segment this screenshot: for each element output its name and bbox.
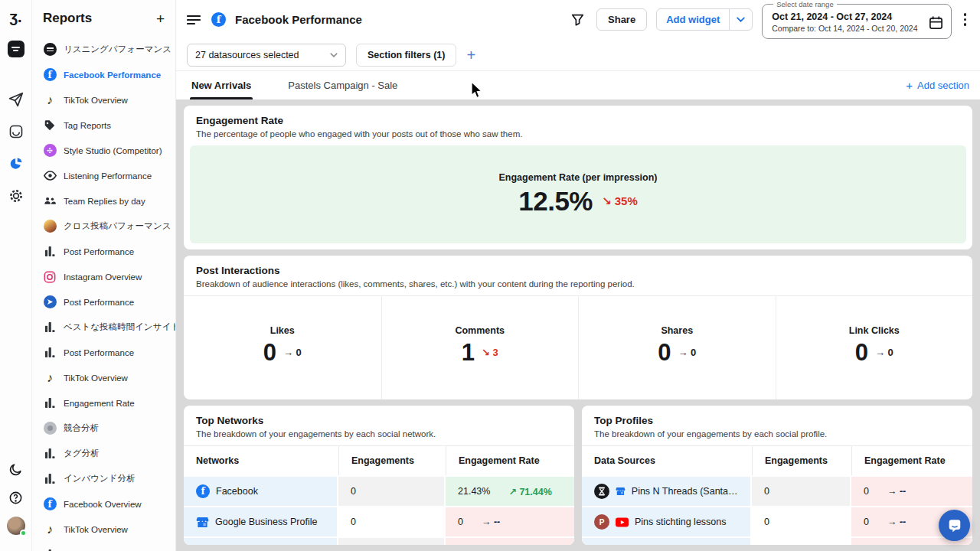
column-header: Engagement Rate: [851, 446, 972, 475]
sidebar-item-tag-reports[interactable]: Tag Reports: [32, 112, 175, 138]
datasources-select[interactable]: 27 datasources selected: [187, 44, 346, 67]
sidebar-item-label: TikTok Overview: [64, 373, 128, 383]
sidebar-item-tag-analysis[interactable]: タグ分析: [32, 441, 175, 466]
sidebar-item-post-performance-2[interactable]: Post Performance: [32, 289, 175, 315]
sidebar-item-engagement-rate[interactable]: Engagement Rate: [32, 390, 175, 416]
settings-gear-icon[interactable]: [5, 185, 27, 207]
sidebar-item-cross-post[interactable]: クロス投稿パフォーマンス: [32, 214, 175, 239]
sidebar-item-tiktok-overview-3[interactable]: ♪TikTok Overview: [32, 517, 175, 542]
chevron-down-icon: [330, 53, 338, 57]
add-section-label: Add section: [917, 80, 969, 91]
new-report-button[interactable]: +: [156, 11, 165, 26]
sidebar-item-team-replies[interactable]: Team Replies by day: [32, 188, 175, 214]
sidebar-item-listening-performance[interactable]: Listening Performance: [32, 163, 175, 188]
metric-comments: Comments 1↘ 3: [381, 296, 579, 399]
column-header: Engagement Rate: [446, 446, 574, 475]
metric-value: 0: [658, 341, 671, 364]
sidebar-item-competitor-analysis[interactable]: 競合分析: [32, 416, 175, 441]
sidebar-item-inbound-analysis[interactable]: インバウンド分析: [32, 466, 175, 491]
facebook-icon: f: [211, 12, 226, 27]
metric-change: ↘ 3: [482, 347, 498, 358]
widget-description: The percentage of people who engaged wit…: [196, 129, 960, 139]
table-cell-partial: [752, 538, 850, 545]
trend-flat-arrow-icon: →: [482, 517, 492, 527]
engagement-rate-cell: 0→ --: [851, 477, 972, 506]
change-value: 0: [888, 347, 893, 358]
sidebar-item-listening-performance-2[interactable]: Listening Performance: [32, 542, 175, 551]
engagement-rate-hero: Engagement Rate (per impression) 12.5% ↘…: [190, 145, 966, 243]
networks-table: Networks Engagements Engagement Rate fFa…: [184, 445, 574, 545]
user-avatar[interactable]: [5, 515, 27, 536]
engagements-cell: 0: [338, 477, 444, 506]
sidebar-item-best-time[interactable]: ベストな投稿時間インサイト: [32, 315, 175, 340]
tab-pastels-campaign[interactable]: Pastels Campaign - Sale: [286, 71, 399, 99]
sidebar-item-label: Facebook Performance: [64, 70, 161, 80]
add-widget-chevron-button[interactable]: [729, 9, 752, 30]
section-tabs: New Arrivals Pastels Campaign - Sale + A…: [176, 71, 980, 99]
table-row-pins-n-threads[interactable]: Pins N Threads (Santa Monica): [582, 477, 750, 506]
trend-flat-arrow-icon: →: [678, 347, 688, 358]
bar-chart-icon: [44, 246, 56, 257]
sidebar-item-instagram-overview[interactable]: Instagram Overview: [32, 264, 175, 289]
share-button[interactable]: Share: [596, 8, 647, 31]
sidebar-item-tiktok-overview-2[interactable]: ♪TikTok Overview: [32, 365, 175, 390]
sidebar-item-facebook-performance[interactable]: fFacebook Performance: [32, 62, 175, 87]
app-root: ʒ. Re: [0, 0, 980, 551]
top-profiles-widget: Top Profiles The breakdown of your engag…: [582, 406, 972, 545]
sidebar-item-tiktok-overview[interactable]: ♪TikTok Overview: [32, 87, 175, 112]
reports-icon[interactable]: [5, 153, 27, 174]
plus-icon: +: [906, 79, 913, 92]
dark-mode-moon-icon[interactable]: [5, 458, 27, 480]
sidebar-item-label: Post Performance: [64, 348, 134, 357]
online-status-dot: [20, 530, 27, 536]
post-interactions-widget: Post Interactions Breakdown of audience …: [184, 256, 972, 399]
sidebar-item-listening-jp[interactable]: リスニングパフォーマンス: [32, 37, 175, 62]
add-filter-plus-icon[interactable]: +: [466, 47, 475, 63]
tiktok-icon: ♪: [47, 523, 53, 536]
section-filters-button[interactable]: Section filters (1): [356, 44, 456, 67]
engagement-rate-cell: 21.43%↗ 71.44%: [446, 477, 574, 506]
rate-change: ↗ 71.44%: [508, 486, 551, 497]
sidebar-item-facebook-overview[interactable]: fFacebook Overview: [32, 491, 175, 517]
widget-title: Post Interactions: [196, 265, 960, 276]
metric-change: ↘ 35%: [602, 194, 638, 208]
sidebar-item-style-studio[interactable]: ✣Style Studio (Competitor): [32, 138, 175, 163]
publishing-icon[interactable]: [5, 89, 27, 110]
add-section-button[interactable]: + Add section: [906, 71, 969, 99]
filter-funnel-icon[interactable]: [568, 10, 587, 29]
widget-description: The breakdown of your engagements by eac…: [196, 429, 562, 439]
hamburger-menu-icon[interactable]: [184, 11, 204, 28]
sidebar-title: Reports: [43, 11, 92, 26]
calendar-icon: [929, 15, 943, 30]
more-options-kebab-icon[interactable]: [961, 10, 970, 29]
google-business-profile-icon: [616, 485, 626, 497]
widget-title: Engagement Rate: [196, 115, 960, 126]
help-icon[interactable]: [5, 487, 27, 508]
engagement-rate-widget: Engagement Rate The percentage of people…: [184, 106, 972, 249]
table-row-facebook[interactable]: fFacebook: [184, 477, 337, 506]
inbox-icon[interactable]: [5, 121, 27, 142]
sidebar-item-label: TikTok Overview: [64, 525, 128, 534]
change-value: --: [900, 486, 906, 497]
avatar-image: [7, 517, 25, 535]
column-header: Engagements: [752, 446, 850, 475]
engagements-cell: 0: [752, 477, 850, 506]
tab-new-arrivals[interactable]: New Arrivals: [190, 71, 253, 99]
sidebar-item-label: TikTok Overview: [64, 96, 128, 105]
sidebar-item-post-performance-1[interactable]: Post Performance: [32, 239, 175, 264]
add-widget-button[interactable]: Add widget: [657, 9, 729, 30]
table-row-pins-stichting[interactable]: P Pins stichting lessons: [582, 507, 750, 536]
widget-title: Top Networks: [196, 415, 562, 426]
trend-flat-arrow-icon: →: [887, 486, 897, 497]
date-range-value: Oct 21, 2024 - Oct 27, 2024: [772, 11, 917, 24]
sidebar-item-post-performance-3[interactable]: Post Performance: [32, 340, 175, 365]
metric-label: Link Clicks: [849, 325, 900, 336]
listening-nav-icon[interactable]: [5, 38, 27, 60]
sprout-logo: ʒ.: [9, 9, 21, 24]
table-row-google-business[interactable]: Google Business Profile: [184, 507, 337, 536]
date-range-picker[interactable]: Select date range Oct 21, 2024 - Oct 27,…: [762, 0, 951, 39]
change-value: --: [494, 517, 500, 527]
sidebar-item-label: Listening Performance: [64, 171, 152, 181]
chat-launcher-button[interactable]: [939, 510, 970, 541]
change-value: 0: [296, 347, 302, 358]
